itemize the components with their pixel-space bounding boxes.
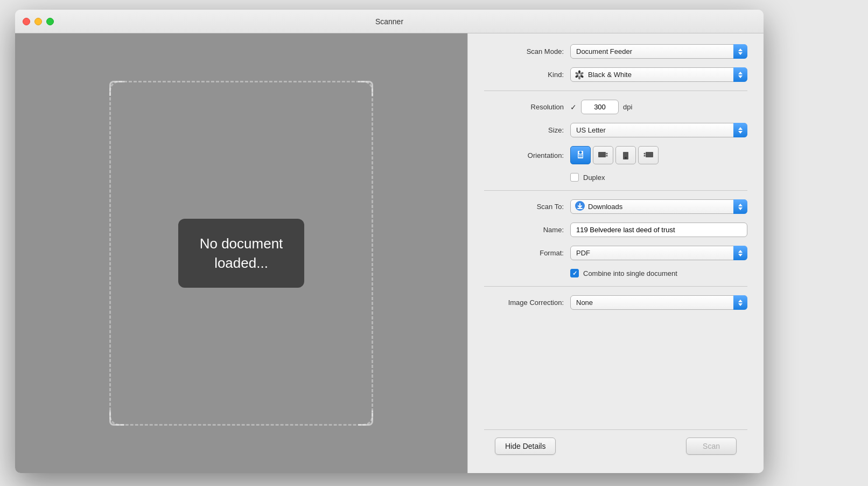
format-control: PDF JPEG TIFF PNG — [570, 246, 747, 260]
dpi-label: dpi — [623, 103, 632, 111]
svg-rect-12 — [598, 152, 606, 157]
scan-mode-wrapper: Document Feeder Flatbed — [570, 44, 747, 59]
size-label: Size: — [484, 126, 570, 134]
traffic-lights — [23, 18, 54, 25]
scan-to-row: Scan To: Downloads — [484, 199, 747, 214]
kind-control: Black & White Color Grayscale — [570, 67, 747, 82]
scan-mode-label: Scan Mode: — [484, 47, 570, 55]
name-row: Name: — [484, 223, 747, 237]
duplex-row: Duplex — [570, 173, 747, 182]
image-correction-control: None Manual — [570, 295, 747, 310]
preview-pane: No documentloaded... — [15, 33, 467, 473]
kind-label: Kind: — [484, 71, 570, 79]
scan-mode-row: Scan Mode: Document Feeder Flatbed — [484, 44, 747, 59]
svg-rect-11 — [578, 156, 583, 157]
portrait-icon — [575, 150, 586, 161]
portrait-button[interactable] — [570, 146, 591, 164]
orientation-control — [570, 146, 747, 164]
name-control — [570, 223, 747, 237]
corner-tl — [109, 81, 124, 96]
svg-point-19 — [644, 155, 646, 157]
hide-details-button[interactable]: Hide Details — [495, 438, 556, 455]
duplex-checkbox[interactable] — [570, 173, 579, 182]
orientation-group — [570, 146, 747, 164]
corner-bl — [109, 411, 124, 426]
bottom-bar: Hide Details Scan — [484, 429, 747, 462]
format-select[interactable]: PDF JPEG TIFF PNG — [570, 246, 747, 260]
image-correction-label: Image Correction: — [484, 298, 570, 307]
size-wrapper: US Letter A4 Legal — [570, 123, 747, 137]
orientation-label: Orientation: — [484, 151, 570, 159]
scanner-window: Scanner No documentloaded... Scan Mode: — [15, 10, 764, 473]
size-control: US Letter A4 Legal — [570, 123, 747, 137]
name-input[interactable] — [570, 223, 747, 237]
corner-br — [358, 411, 373, 426]
corner-tr — [358, 81, 373, 96]
separator-2 — [484, 190, 747, 191]
image-correction-row: Image Correction: None Manual — [484, 295, 747, 310]
scan-to-wrapper: Downloads Desktop Documents — [570, 199, 747, 214]
scan-button[interactable]: Scan — [686, 438, 737, 455]
reverse-portrait-button[interactable] — [615, 146, 636, 164]
reverse-landscape-icon — [642, 149, 654, 161]
combine-row: ✓ Combine into single document — [570, 269, 747, 277]
settings-rows: Scan Mode: Document Feeder Flatbed — [484, 44, 747, 429]
kind-select[interactable]: Black & White Color Grayscale — [570, 67, 747, 82]
size-row: Size: US Letter A4 Legal — [484, 123, 747, 137]
combine-checkmark: ✓ — [572, 270, 577, 276]
document-frame: No documentloaded... — [109, 81, 373, 426]
svg-point-13 — [606, 153, 608, 155]
resolution-checkmark: ✓ — [570, 103, 577, 112]
close-button[interactable] — [23, 18, 30, 25]
orientation-row: Orientation: — [484, 146, 747, 164]
minimize-button[interactable] — [34, 18, 42, 25]
format-row: Format: PDF JPEG TIFF PNG — [484, 246, 747, 260]
scan-mode-control: Document Feeder Flatbed — [570, 44, 747, 59]
combine-checkbox[interactable]: ✓ — [570, 269, 579, 277]
svg-point-9 — [579, 151, 582, 154]
resolution-input[interactable] — [581, 100, 619, 114]
content-area: No documentloaded... Scan Mode: Document… — [15, 33, 764, 473]
resolution-row: Resolution ✓ dpi — [484, 100, 747, 114]
svg-point-18 — [644, 153, 646, 155]
separator-1 — [484, 91, 747, 91]
scan-mode-select[interactable]: Document Feeder Flatbed — [570, 44, 747, 59]
format-label: Format: — [484, 249, 570, 257]
maximize-button[interactable] — [46, 18, 54, 25]
size-select[interactable]: US Letter A4 Legal — [570, 123, 747, 137]
reverse-landscape-button[interactable] — [638, 146, 659, 164]
image-correction-wrapper: None Manual — [570, 295, 747, 310]
no-document-text: No documentloaded... — [200, 234, 283, 273]
resolution-row-inner: ✓ dpi — [570, 100, 747, 114]
scan-to-control: Downloads Desktop Documents — [570, 199, 747, 214]
format-wrapper: PDF JPEG TIFF PNG — [570, 246, 747, 260]
svg-point-16 — [625, 157, 627, 159]
window-title: Scanner — [375, 17, 403, 26]
reverse-portrait-icon — [620, 150, 631, 161]
resolution-label: Resolution — [484, 103, 570, 111]
name-label: Name: — [484, 226, 570, 234]
image-correction-select[interactable]: None Manual — [570, 295, 747, 310]
settings-pane: Scan Mode: Document Feeder Flatbed — [467, 33, 764, 473]
kind-row: Kind: — [484, 67, 747, 82]
resolution-control: ✓ dpi — [570, 100, 747, 114]
kind-wrapper: Black & White Color Grayscale — [570, 67, 747, 82]
no-document-box: No documentloaded... — [178, 219, 305, 288]
landscape-button[interactable] — [593, 146, 613, 164]
combine-label: Combine into single document — [583, 269, 677, 277]
svg-rect-10 — [578, 155, 583, 156]
svg-point-14 — [606, 155, 608, 157]
title-bar: Scanner — [15, 10, 764, 33]
scan-to-select[interactable]: Downloads Desktop Documents — [570, 199, 747, 214]
duplex-label: Duplex — [583, 173, 605, 182]
svg-rect-17 — [646, 152, 653, 157]
scan-to-label: Scan To: — [484, 203, 570, 211]
landscape-icon — [597, 149, 609, 161]
separator-3 — [484, 286, 747, 287]
